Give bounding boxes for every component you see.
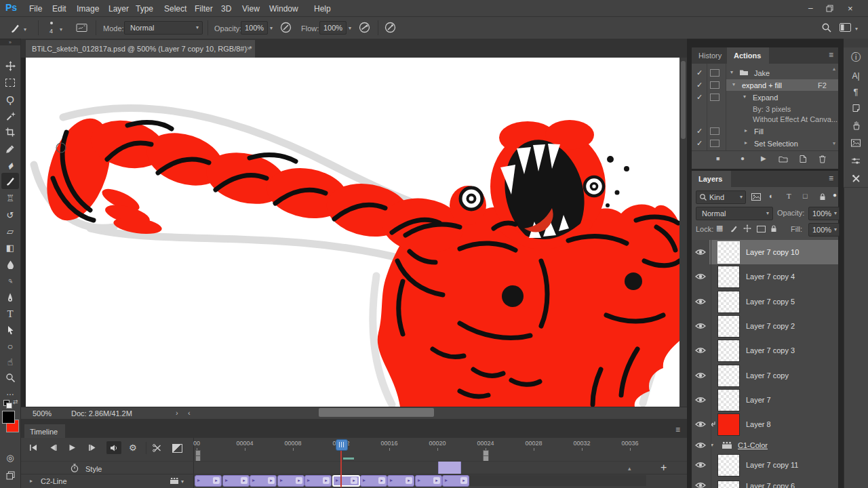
- menu-file[interactable]: File: [29, 5, 42, 13]
- close-button[interactable]: ×: [848, 4, 853, 13]
- fill-field[interactable]: 100% ▾: [808, 223, 840, 237]
- timeline-clip[interactable]: ▸▸: [250, 475, 277, 487]
- layer-row[interactable]: Layer 7 copy 3: [692, 338, 838, 364]
- menu-window[interactable]: Window: [269, 5, 298, 13]
- track-name[interactable]: C2-Line: [41, 478, 67, 485]
- actions-scroll-down-icon[interactable]: ▾: [833, 141, 835, 146]
- blur-tool[interactable]: [0, 257, 20, 272]
- status-chevron-right-icon[interactable]: ›: [176, 409, 178, 417]
- action-check-icon[interactable]: ✓: [696, 127, 703, 135]
- action-dialog-toggle[interactable]: [710, 127, 719, 135]
- lock-all-icon[interactable]: [770, 224, 777, 232]
- visibility-eye-icon[interactable]: [695, 249, 706, 256]
- filter-type-layers-icon[interactable]: T: [787, 192, 791, 200]
- filter-adjustment-layers-icon[interactable]: ◐: [769, 192, 774, 200]
- action-dialog-toggle[interactable]: [710, 140, 719, 147]
- hand-tool[interactable]: ☝: [0, 354, 20, 369]
- history-brush-tool[interactable]: ↺: [0, 207, 20, 222]
- layers-panel-menu-icon[interactable]: ≡: [829, 174, 833, 182]
- eraser-tool[interactable]: ▱: [0, 224, 20, 239]
- brush-tool[interactable]: [0, 174, 20, 188]
- visibility-eye-icon[interactable]: [695, 396, 706, 403]
- layer-name[interactable]: Layer 7 copy 11: [746, 462, 798, 469]
- action-dialog-toggle[interactable]: [710, 94, 719, 101]
- lock-position-icon[interactable]: [743, 224, 751, 232]
- action-chevron-icon[interactable]: ▾: [732, 82, 735, 87]
- menu-image[interactable]: Image: [77, 5, 99, 13]
- layer-thumbnail[interactable]: [717, 241, 740, 264]
- edit-toolbar-button[interactable]: …: [0, 385, 20, 400]
- menu-3d[interactable]: 3D: [221, 5, 231, 13]
- step-chevron-icon[interactable]: ▸: [745, 140, 747, 146]
- visibility-eye-icon[interactable]: [695, 323, 706, 329]
- timeline-panel-menu-icon[interactable]: ≡: [675, 426, 680, 434]
- info-panel-icon[interactable]: ⓘ: [844, 47, 868, 68]
- action-set-name[interactable]: Jake: [754, 70, 770, 77]
- delete-trash-button[interactable]: [818, 155, 827, 163]
- actions-scroll-up-icon[interactable]: ▴: [833, 66, 835, 72]
- screen-mode-button[interactable]: [0, 468, 20, 483]
- action-set-chevron-icon[interactable]: ▾: [730, 70, 733, 75]
- visibility-eye-icon[interactable]: [695, 442, 706, 449]
- brush-tool-preview-icon[interactable]: [9, 22, 21, 34]
- layer-thumbnail[interactable]: [717, 340, 740, 362]
- action-check-icon[interactable]: ✓: [696, 94, 703, 101]
- step-chevron-icon[interactable]: ▸: [745, 128, 747, 134]
- action-name[interactable]: expand + fill: [742, 82, 782, 89]
- visibility-eye-icon[interactable]: [695, 482, 706, 488]
- layer-row[interactable]: Layer 7 copy 11: [692, 453, 838, 479]
- layer-thumbnail[interactable]: [717, 481, 740, 488]
- visibility-eye-icon[interactable]: [695, 421, 706, 428]
- timeline-clip[interactable]: ▸▸: [304, 475, 332, 487]
- layer-name[interactable]: Layer 7 copy 5: [746, 298, 795, 306]
- layer-row-selected[interactable]: Layer 7 copy 10: [692, 240, 838, 265]
- previous-frame-button[interactable]: [49, 444, 57, 451]
- action-step[interactable]: Fill: [754, 128, 764, 136]
- track-options-chevron-icon[interactable]: ▾: [181, 479, 184, 485]
- document-tab[interactable]: BTiLC_sketch_012817a.psd @ 500% (Layer 7…: [26, 40, 255, 58]
- action-dialog-toggle[interactable]: [710, 69, 719, 77]
- flow-field[interactable]: 100%: [319, 21, 347, 35]
- stop-playing-button[interactable]: ■: [716, 156, 719, 162]
- layer-row[interactable]: Layer 7 copy 5: [692, 289, 838, 314]
- smoothing-pressure-icon[interactable]: [384, 22, 396, 33]
- layers-opacity-field[interactable]: 100% ▾: [808, 207, 840, 220]
- character-panel-icon[interactable]: A|: [844, 68, 868, 84]
- layer-name[interactable]: Layer 7 copy: [746, 372, 789, 380]
- filter-shape-layers-icon[interactable]: □: [803, 192, 808, 200]
- doc-size-info[interactable]: Doc: 2.86M/41.2M: [71, 410, 132, 418]
- filter-toggle-icon[interactable]: ●: [833, 192, 837, 199]
- layer-row[interactable]: Layer 7: [692, 388, 838, 413]
- vertical-scrollbar-thumb[interactable]: [681, 61, 686, 139]
- new-action-button[interactable]: [799, 155, 807, 163]
- action-check-icon[interactable]: ✓: [696, 140, 703, 147]
- tools-panel-grip[interactable]: »: [0, 39, 20, 45]
- playhead-line[interactable]: [340, 449, 342, 487]
- actions-panel-menu-icon[interactable]: ≡: [829, 51, 833, 59]
- timeline-clip[interactable]: ▸▸: [222, 475, 250, 487]
- workspace-chevron-icon[interactable]: ▾: [855, 26, 858, 32]
- timeline-scroll-up-icon[interactable]: ▴: [628, 466, 631, 472]
- mode-select[interactable]: Normal ▾: [124, 21, 203, 35]
- libraries-panel-icon[interactable]: [844, 134, 868, 152]
- add-media-plus-button[interactable]: +: [660, 462, 667, 473]
- action-check-icon[interactable]: ✓: [696, 69, 703, 77]
- brush-preset-chevron-icon[interactable]: ▾: [24, 27, 26, 33]
- visibility-eye-icon[interactable]: [695, 347, 706, 354]
- mute-audio-button[interactable]: [106, 441, 121, 454]
- adjustments-panel-icon[interactable]: [844, 152, 868, 170]
- begin-recording-button[interactable]: ●: [741, 155, 745, 162]
- paragraph-panel-icon[interactable]: ¶: [844, 84, 868, 100]
- timeline-clip[interactable]: ▸▸: [277, 475, 304, 487]
- quick-selection-tool[interactable]: [0, 108, 20, 123]
- foreground-color-swatch[interactable]: [2, 411, 15, 424]
- tab-actions[interactable]: Actions: [727, 47, 769, 64]
- horizontal-scrollbar-thumb[interactable]: [319, 408, 434, 417]
- lock-image-pixels-icon[interactable]: [730, 224, 738, 232]
- airbrush-icon[interactable]: [359, 22, 370, 33]
- status-chevron-left-icon[interactable]: ‹: [188, 409, 191, 417]
- style-keyframe-block[interactable]: [438, 461, 461, 474]
- next-frame-button[interactable]: [88, 444, 96, 451]
- gradient-tool[interactable]: ◧: [0, 240, 20, 255]
- brush-size-value[interactable]: 4: [50, 28, 53, 35]
